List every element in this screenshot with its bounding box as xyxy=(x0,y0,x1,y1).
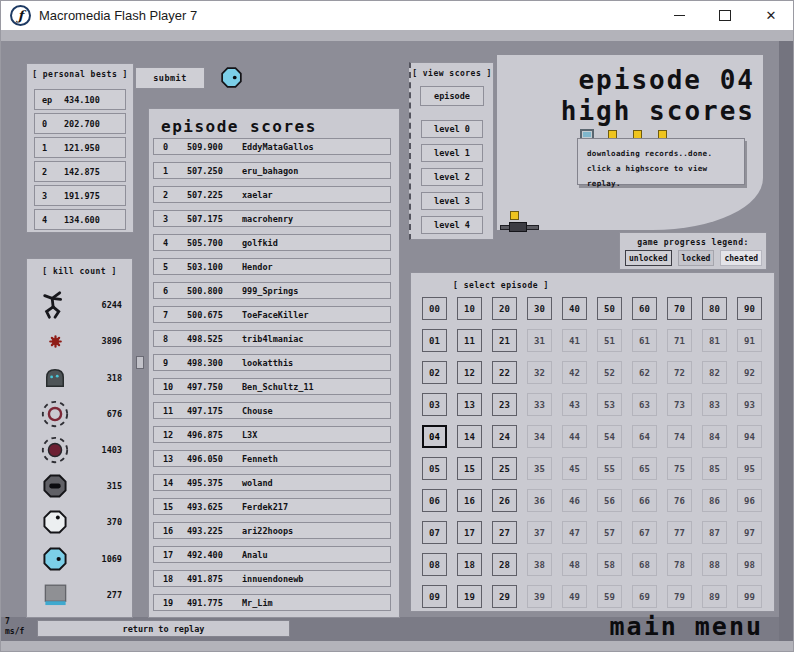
highscore-row[interactable]: 0509.900EddyMataGallos xyxy=(153,138,391,155)
episode-cell-34[interactable]: 34 xyxy=(527,425,552,448)
episode-cell-17[interactable]: 17 xyxy=(457,521,482,544)
episode-cell-67[interactable]: 67 xyxy=(632,521,657,544)
episode-cell-24[interactable]: 24 xyxy=(492,425,517,448)
episode-cell-10[interactable]: 10 xyxy=(457,297,482,320)
episode-cell-03[interactable]: 03 xyxy=(422,393,447,416)
episode-cell-62[interactable]: 62 xyxy=(632,361,657,384)
episode-cell-71[interactable]: 71 xyxy=(667,329,692,352)
episode-cell-53[interactable]: 53 xyxy=(597,393,622,416)
episode-cell-29[interactable]: 29 xyxy=(492,585,517,608)
highscore-row[interactable]: 6500.800999_Springs xyxy=(153,282,391,299)
episode-cell-04[interactable]: 04 xyxy=(422,425,447,448)
scrollbar-thumb[interactable] xyxy=(136,356,144,369)
view-scores-button-level-2[interactable]: level 2 xyxy=(421,168,483,186)
view-scores-button-level-3[interactable]: level 3 xyxy=(421,192,483,210)
highscore-row[interactable]: 14495.375woland xyxy=(153,474,391,491)
episode-cell-36[interactable]: 36 xyxy=(527,489,552,512)
episode-cell-97[interactable]: 97 xyxy=(737,521,762,544)
maximize-button[interactable] xyxy=(702,0,748,30)
episode-cell-92[interactable]: 92 xyxy=(737,361,762,384)
episode-cell-81[interactable]: 81 xyxy=(702,329,727,352)
minimize-button[interactable] xyxy=(656,0,702,30)
episode-cell-21[interactable]: 21 xyxy=(492,329,517,352)
episode-cell-18[interactable]: 18 xyxy=(457,553,482,576)
episode-cell-39[interactable]: 39 xyxy=(527,585,552,608)
episode-cell-56[interactable]: 56 xyxy=(597,489,622,512)
episode-cell-22[interactable]: 22 xyxy=(492,361,517,384)
episode-cell-95[interactable]: 95 xyxy=(737,457,762,480)
episode-cell-63[interactable]: 63 xyxy=(632,393,657,416)
episode-cell-57[interactable]: 57 xyxy=(597,521,622,544)
episode-cell-58[interactable]: 58 xyxy=(597,553,622,576)
highscore-row[interactable]: 11497.175Chouse xyxy=(153,402,391,419)
episode-cell-13[interactable]: 13 xyxy=(457,393,482,416)
episode-cell-26[interactable]: 26 xyxy=(492,489,517,512)
episode-cell-86[interactable]: 86 xyxy=(702,489,727,512)
highscore-row[interactable]: 9498.300lookatthis xyxy=(153,354,391,371)
highscore-row[interactable]: 7500.675ToeFaceKiller xyxy=(153,306,391,323)
view-scores-button-episode[interactable]: episode xyxy=(420,86,484,106)
episode-cell-47[interactable]: 47 xyxy=(562,521,587,544)
highscore-row[interactable]: 1507.250eru_bahagon xyxy=(153,162,391,179)
episode-cell-35[interactable]: 35 xyxy=(527,457,552,480)
episode-cell-83[interactable]: 83 xyxy=(702,393,727,416)
episode-cell-49[interactable]: 49 xyxy=(562,585,587,608)
view-scores-button-level-0[interactable]: level 0 xyxy=(421,120,483,138)
episode-cell-94[interactable]: 94 xyxy=(737,425,762,448)
episode-cell-70[interactable]: 70 xyxy=(667,297,692,320)
episode-cell-82[interactable]: 82 xyxy=(702,361,727,384)
episode-cell-78[interactable]: 78 xyxy=(667,553,692,576)
episode-cell-74[interactable]: 74 xyxy=(667,425,692,448)
episode-cell-68[interactable]: 68 xyxy=(632,553,657,576)
episode-cell-28[interactable]: 28 xyxy=(492,553,517,576)
highscore-row[interactable]: 3507.175macrohenry xyxy=(153,210,391,227)
episode-cell-73[interactable]: 73 xyxy=(667,393,692,416)
episode-cell-06[interactable]: 06 xyxy=(422,489,447,512)
episode-cell-14[interactable]: 14 xyxy=(457,425,482,448)
view-scores-button-level-1[interactable]: level 1 xyxy=(421,144,483,162)
main-menu-button[interactable]: main menu xyxy=(610,612,763,641)
episode-cell-20[interactable]: 20 xyxy=(492,297,517,320)
episode-cell-23[interactable]: 23 xyxy=(492,393,517,416)
submit-button[interactable]: submit xyxy=(135,67,205,89)
episode-cell-52[interactable]: 52 xyxy=(597,361,622,384)
episode-cell-99[interactable]: 99 xyxy=(737,585,762,608)
episode-cell-16[interactable]: 16 xyxy=(457,489,482,512)
episode-cell-40[interactable]: 40 xyxy=(562,297,587,320)
highscore-row[interactable]: 5503.100Hendor xyxy=(153,258,391,275)
episode-cell-65[interactable]: 65 xyxy=(632,457,657,480)
episode-cell-98[interactable]: 98 xyxy=(737,553,762,576)
highscore-row[interactable]: 10497.750Ben_Schultz_11 xyxy=(153,378,391,395)
episode-cell-33[interactable]: 33 xyxy=(527,393,552,416)
episode-cell-72[interactable]: 72 xyxy=(667,361,692,384)
highscore-row[interactable]: 16493.225ari22hoops xyxy=(153,522,391,539)
episode-cell-66[interactable]: 66 xyxy=(632,489,657,512)
episode-cell-76[interactable]: 76 xyxy=(667,489,692,512)
episode-cell-42[interactable]: 42 xyxy=(562,361,587,384)
return-to-replay-button[interactable]: return to replay xyxy=(37,620,290,637)
episode-cell-96[interactable]: 96 xyxy=(737,489,762,512)
episode-cell-75[interactable]: 75 xyxy=(667,457,692,480)
highscore-row[interactable]: 15493.625Ferdek217 xyxy=(153,498,391,515)
episode-cell-61[interactable]: 61 xyxy=(632,329,657,352)
episode-cell-09[interactable]: 09 xyxy=(422,585,447,608)
episode-cell-31[interactable]: 31 xyxy=(527,329,552,352)
episode-cell-01[interactable]: 01 xyxy=(422,329,447,352)
highscore-row[interactable]: 4505.700golfkid xyxy=(153,234,391,251)
episode-cell-19[interactable]: 19 xyxy=(457,585,482,608)
highscore-row[interactable]: 17492.400Analu xyxy=(153,546,391,563)
episode-cell-00[interactable]: 00 xyxy=(422,297,447,320)
highscore-row[interactable]: 13496.050Fenneth xyxy=(153,450,391,467)
episode-cell-89[interactable]: 89 xyxy=(702,585,727,608)
highscore-row[interactable]: 19491.775Mr_Lim xyxy=(153,594,391,611)
episode-cell-69[interactable]: 69 xyxy=(632,585,657,608)
episode-cell-45[interactable]: 45 xyxy=(562,457,587,480)
episode-cell-91[interactable]: 91 xyxy=(737,329,762,352)
episode-cell-55[interactable]: 55 xyxy=(597,457,622,480)
episode-cell-64[interactable]: 64 xyxy=(632,425,657,448)
highscore-row[interactable]: 8498.525trib4lmaniac xyxy=(153,330,391,347)
episode-cell-02[interactable]: 02 xyxy=(422,361,447,384)
episode-cell-87[interactable]: 87 xyxy=(702,521,727,544)
episode-cell-38[interactable]: 38 xyxy=(527,553,552,576)
episode-cell-85[interactable]: 85 xyxy=(702,457,727,480)
